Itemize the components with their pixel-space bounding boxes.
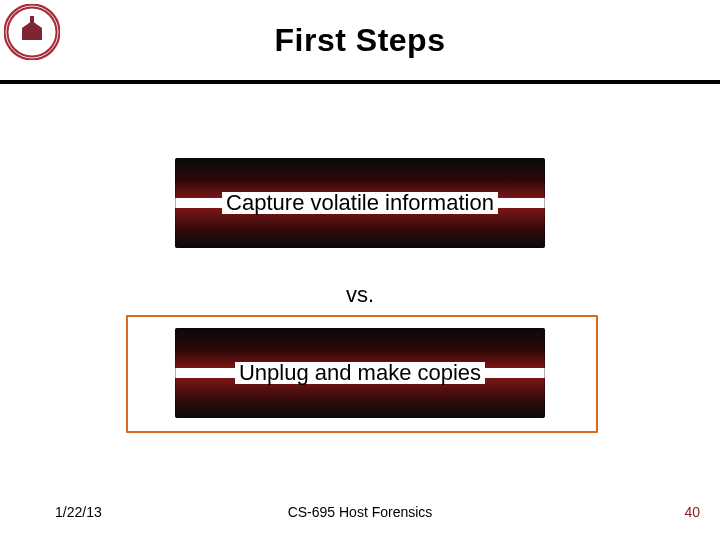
option-box-unplug-label: Unplug and make copies bbox=[235, 362, 485, 384]
slide-title: First Steps bbox=[0, 22, 720, 59]
vs-label: vs. bbox=[0, 282, 720, 308]
title-underline bbox=[0, 80, 720, 84]
footer-page-number: 40 bbox=[684, 504, 700, 520]
option-box-capture-label: Capture volatile information bbox=[222, 192, 498, 214]
option-box-capture: Capture volatile information bbox=[175, 158, 545, 248]
option-box-unplug: Unplug and make copies bbox=[175, 328, 545, 418]
footer-course: CS-695 Host Forensics bbox=[0, 504, 720, 520]
